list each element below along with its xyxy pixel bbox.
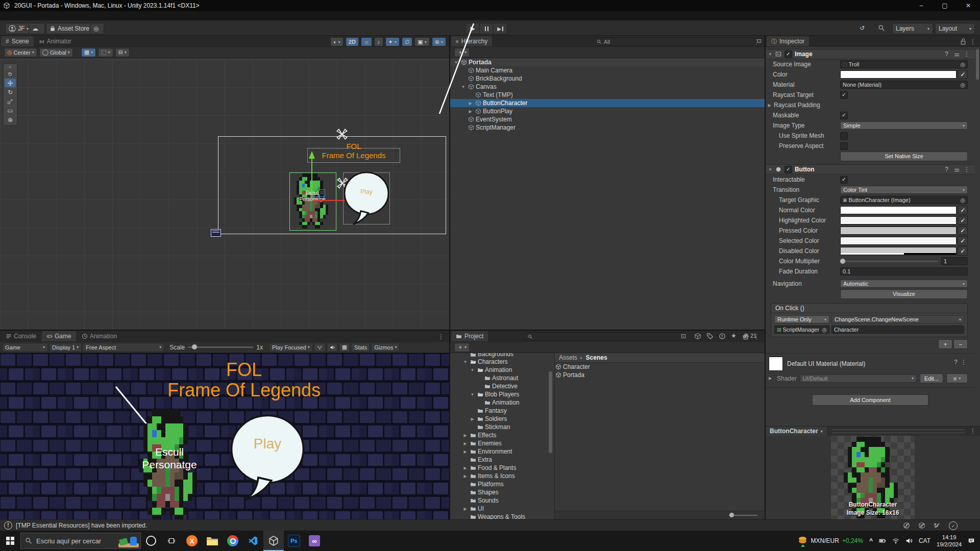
move-tool[interactable]	[5, 79, 16, 87]
expand-arrow[interactable]	[462, 441, 468, 446]
material-thumbnail[interactable]	[769, 357, 783, 371]
progress-check-icon[interactable]: ✓	[949, 521, 958, 530]
camera-settings-icon[interactable]: ▣▾	[414, 37, 429, 46]
expand-arrow[interactable]	[470, 368, 475, 372]
expand-arrow[interactable]	[462, 466, 468, 470]
status-message[interactable]: [TMP Essential Resources] have been impo…	[16, 522, 147, 529]
source-image-field[interactable]: ⬚Troll◎	[840, 60, 968, 68]
scene-viewport[interactable]: FOL Frame Of Legends Escull Personatge P…	[0, 59, 449, 330]
vscode-icon[interactable]	[243, 531, 263, 551]
remove-event-button[interactable]: −	[953, 339, 968, 349]
favorites-icon[interactable]: ★	[731, 332, 737, 339]
image-type-dropdown[interactable]: Simple▾	[840, 121, 968, 130]
transform-tool[interactable]: ⊕	[5, 115, 16, 124]
expand-arrow[interactable]	[460, 85, 466, 89]
clock[interactable]: 14:19 19/2/2024	[937, 534, 962, 548]
debugger-disabled-icon[interactable]	[903, 522, 911, 530]
tab-scene[interactable]: #Scene	[1, 36, 34, 46]
project-folder-item[interactable]: Weapons & Tools	[450, 513, 554, 519]
gizmos-dropdown[interactable]: Gizmos▾	[371, 343, 400, 352]
target-graphic-field[interactable]: ▣ButtonCharacter (Image)◎	[840, 196, 968, 204]
project-folder-item[interactable]: Astronaut	[450, 374, 554, 382]
language-indicator[interactable]: CAT	[919, 537, 930, 544]
visual-studio-icon[interactable]: ∞	[304, 531, 325, 551]
help-icon[interactable]: ?	[945, 166, 948, 173]
create-asset-button[interactable]: ＋▾	[454, 343, 470, 352]
frame-debugger-icon[interactable]: 🜉	[314, 343, 326, 352]
project-folder-item[interactable]: Backgrounds	[450, 353, 554, 358]
project-folder-item[interactable]: Stickman	[450, 423, 554, 431]
taskbar-search-input[interactable]: Escriu aquí per cercar	[20, 533, 141, 549]
preview-menu-icon[interactable]: ⋮	[970, 428, 976, 435]
add-component-button[interactable]: Add Component	[812, 394, 928, 406]
material-field[interactable]: None (Material)◎	[840, 81, 968, 89]
file-item[interactable]: Character	[555, 363, 765, 371]
highlighted-color-swatch[interactable]	[840, 216, 957, 224]
expand-arrow[interactable]	[468, 101, 473, 106]
help-icon[interactable]: ?	[945, 51, 948, 58]
expand-arrow[interactable]	[462, 360, 468, 364]
navigation-dropdown[interactable]: Automatic▾	[840, 280, 968, 288]
project-folder-item[interactable]: Shapes	[450, 488, 554, 496]
inspector-scrollbar[interactable]	[976, 49, 979, 80]
project-folder-item[interactable]: Characters	[450, 358, 554, 366]
increment-snap-icon[interactable]: ⬚▾	[98, 48, 113, 57]
scale-slider-knob[interactable]	[192, 344, 197, 349]
eyedropper-icon[interactable]	[958, 246, 968, 256]
project-folder-item[interactable]: Items & Icons	[450, 472, 554, 480]
rotate-tool[interactable]: ↻	[5, 88, 16, 96]
maskable-checkbox[interactable]: ✓	[840, 112, 848, 119]
search-icon[interactable]	[878, 24, 885, 32]
project-folder-item[interactable]: Detective	[450, 382, 554, 390]
project-folder-item[interactable]: Animation	[450, 366, 554, 374]
play-focus-dropdown[interactable]: Play Focused▾	[269, 343, 313, 352]
play-button-label[interactable]: Play	[229, 436, 306, 452]
hierarchy-item[interactable]: BrickBackground	[450, 74, 765, 83]
object-picker-icon[interactable]: ◎	[960, 197, 965, 204]
tab-hierarchy[interactable]: ≡Hierarchy	[451, 36, 492, 46]
step-button[interactable]: ▶	[493, 23, 507, 34]
project-folder-item[interactable]: Soldiers	[450, 415, 554, 423]
expand-arrow[interactable]	[468, 109, 473, 114]
event-mode-dropdown[interactable]: Runtime Only▾	[774, 315, 829, 323]
gizmo-y-axis-arrow[interactable]	[307, 150, 316, 202]
tab-project[interactable]: Project	[451, 331, 488, 341]
object-picker-icon[interactable]: ◎	[960, 82, 965, 88]
object-picker-icon[interactable]: ◎	[960, 61, 965, 68]
task-view-icon[interactable]	[161, 531, 182, 551]
scale-slider[interactable]	[188, 346, 253, 348]
shading-mode-icon[interactable]: ◐▾	[330, 37, 344, 46]
preview-object-dropdown[interactable]: ButtonCharacter▾	[766, 427, 827, 436]
start-button[interactable]	[0, 531, 20, 551]
layers-dropdown[interactable]: Layers▾	[892, 23, 933, 34]
normal-color-swatch[interactable]	[840, 206, 957, 214]
aspect-dropdown[interactable]: Free Aspect▾	[83, 343, 164, 352]
file-item[interactable]: Portada	[555, 371, 765, 379]
component-enabled-checkbox[interactable]: ✓	[785, 51, 792, 58]
hierarchy-item[interactable]: EventSystem	[450, 115, 765, 123]
hierarchy-item[interactable]: ButtonPlay	[450, 107, 765, 115]
maximize-button[interactable]: ▢	[933, 0, 957, 11]
version-control-icon[interactable]: ↺	[860, 24, 865, 32]
foldout-arrow[interactable]: ▶	[769, 376, 774, 381]
eyedropper-icon[interactable]	[958, 206, 968, 215]
project-folder-item[interactable]: Fantasy	[450, 407, 554, 415]
presets-icon[interactable]: ⚌	[954, 51, 960, 58]
gizmos-toggle-icon[interactable]: ⊕▾	[432, 37, 446, 46]
battery-icon[interactable]	[879, 537, 886, 544]
expand-arrow[interactable]	[462, 433, 468, 438]
market-ticker[interactable]: MXN/EUR +0,24%	[798, 536, 863, 546]
view-hand-tool[interactable]	[5, 69, 16, 78]
search-preview-icon[interactable]: ⊡	[681, 333, 686, 340]
wifi-icon[interactable]	[892, 537, 899, 544]
chrome-icon[interactable]	[223, 531, 243, 551]
interactable-checkbox[interactable]: ✓	[840, 176, 848, 184]
2d-toggle[interactable]: 2D	[346, 37, 359, 46]
project-folder-item[interactable]: Food & Plants	[450, 464, 554, 472]
snap-settings-icon[interactable]: ⊟▾	[115, 48, 130, 57]
material-menu-icon[interactable]: ⋮	[961, 359, 967, 366]
expand-arrow[interactable]	[470, 392, 475, 397]
size-slider-knob[interactable]	[729, 513, 734, 517]
tab-animation[interactable]: Animation	[77, 331, 121, 341]
multiplier-slider[interactable]	[840, 261, 938, 262]
